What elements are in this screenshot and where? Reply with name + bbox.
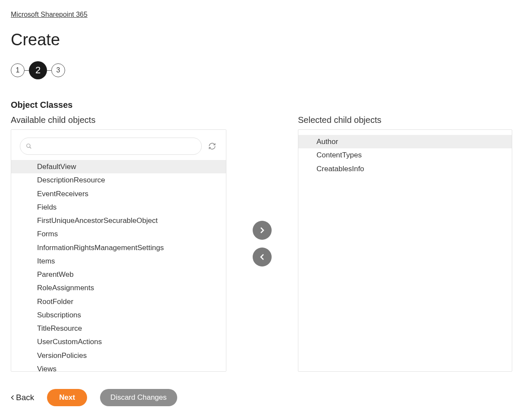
- list-item[interactable]: ParentWeb: [11, 268, 226, 281]
- list-item[interactable]: DescriptionResource: [11, 173, 226, 187]
- search-input[interactable]: [20, 138, 202, 155]
- back-button-label: Back: [16, 393, 34, 402]
- page-title: Create: [11, 31, 512, 49]
- step-3[interactable]: 3: [51, 63, 65, 77]
- list-item[interactable]: RootFolder: [11, 295, 226, 308]
- next-button[interactable]: Next: [47, 389, 87, 406]
- list-item[interactable]: Subscriptions: [11, 308, 226, 322]
- svg-point-0: [27, 144, 30, 147]
- stepper: 1 2 3: [11, 61, 512, 79]
- list-item[interactable]: Views: [11, 362, 226, 372]
- back-button[interactable]: Back: [11, 393, 34, 402]
- discard-button[interactable]: Discard Changes: [100, 389, 177, 406]
- list-item[interactable]: UserCustomActions: [11, 335, 226, 348]
- list-item[interactable]: Author: [298, 135, 512, 148]
- step-connector: [25, 70, 29, 71]
- step-2[interactable]: 2: [29, 61, 47, 79]
- list-item[interactable]: Fields: [11, 201, 226, 214]
- selected-label: Selected child objects: [298, 115, 512, 125]
- chevron-left-icon: [11, 395, 14, 401]
- list-item[interactable]: DefaultView: [11, 160, 226, 173]
- step-connector: [47, 70, 51, 71]
- available-list: DefaultViewDescriptionResourceEventRecei…: [11, 160, 226, 372]
- list-item[interactable]: CreatablesInfo: [298, 162, 512, 176]
- move-right-button[interactable]: [253, 221, 272, 240]
- step-1[interactable]: 1: [11, 63, 25, 77]
- list-item[interactable]: EventReceivers: [11, 187, 226, 201]
- chevron-left-icon: [260, 254, 264, 260]
- move-left-button[interactable]: [253, 248, 272, 266]
- list-item[interactable]: ContentTypes: [298, 148, 512, 162]
- list-item[interactable]: RoleAssignments: [11, 281, 226, 295]
- section-heading: Object Classes: [11, 100, 512, 110]
- refresh-button[interactable]: [207, 141, 217, 151]
- selected-list: AuthorContentTypesCreatablesInfo: [298, 135, 512, 176]
- refresh-icon: [208, 142, 216, 150]
- available-panel: DefaultViewDescriptionResourceEventRecei…: [11, 129, 226, 372]
- list-item[interactable]: Items: [11, 254, 226, 268]
- chevron-right-icon: [260, 227, 264, 234]
- list-item[interactable]: TitleResource: [11, 322, 226, 335]
- breadcrumb-link[interactable]: Microsoft Sharepoint 365: [11, 11, 88, 18]
- available-label: Available child objects: [11, 115, 226, 125]
- list-item[interactable]: InformationRightsManagementSettings: [11, 241, 226, 254]
- list-item[interactable]: Forms: [11, 227, 226, 241]
- list-item[interactable]: FirstUniqueAncestorSecurableObject: [11, 214, 226, 227]
- search-icon: [26, 143, 32, 149]
- list-item[interactable]: VersionPolicies: [11, 349, 226, 362]
- svg-line-1: [30, 147, 31, 149]
- selected-panel: AuthorContentTypesCreatablesInfo: [298, 129, 512, 372]
